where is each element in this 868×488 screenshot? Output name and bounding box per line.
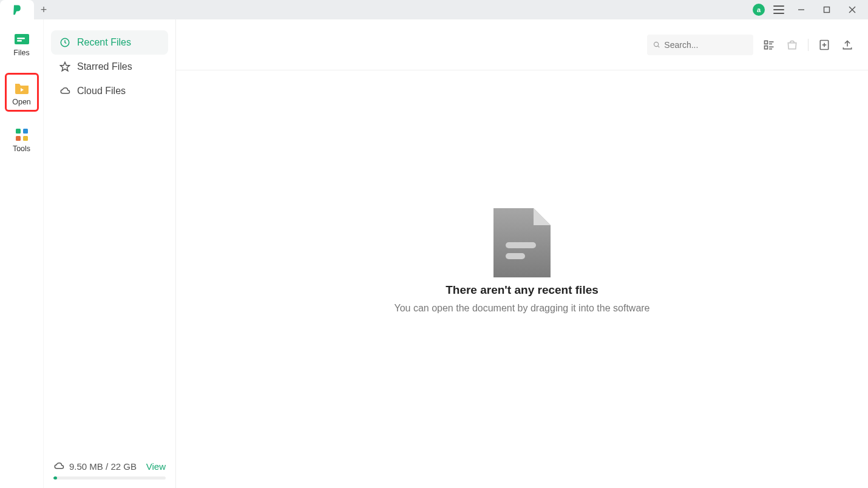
svg-rect-1 xyxy=(824,7,830,13)
rail-item-label: Open xyxy=(12,98,31,106)
svg-marker-26 xyxy=(534,208,551,225)
document-illustration-icon xyxy=(493,208,551,277)
svg-rect-11 xyxy=(23,136,28,141)
svg-line-15 xyxy=(658,46,660,47)
close-button[interactable] xyxy=(844,1,861,18)
clock-icon xyxy=(59,37,70,48)
svg-rect-28 xyxy=(506,253,525,259)
svg-rect-17 xyxy=(765,46,768,49)
left-rail: Files Open Tools xyxy=(0,19,44,488)
cloud-icon xyxy=(59,86,70,97)
search-input[interactable] xyxy=(664,40,747,50)
cloud-icon xyxy=(53,461,64,472)
svg-rect-6 xyxy=(17,40,22,42)
body: Files Open Tools Rec xyxy=(0,19,868,488)
empty-title: There aren't any recent files xyxy=(446,283,598,297)
search-box[interactable] xyxy=(647,35,753,55)
sidebar-item-cloud[interactable]: Cloud Files xyxy=(51,79,168,103)
files-icon xyxy=(14,32,30,46)
star-icon xyxy=(59,61,70,72)
rail-item-open[interactable]: Open xyxy=(5,73,39,112)
upload-icon[interactable] xyxy=(840,38,855,52)
svg-rect-9 xyxy=(23,129,28,134)
minimize-button[interactable] xyxy=(793,1,810,18)
sidebar-item-label: Starred Files xyxy=(77,61,132,72)
svg-rect-5 xyxy=(17,38,25,39)
maximize-button[interactable] xyxy=(818,1,835,18)
svg-point-14 xyxy=(654,42,659,46)
storage-progress xyxy=(53,476,166,480)
titlebar-left: + xyxy=(0,0,53,19)
svg-rect-27 xyxy=(506,242,536,248)
open-folder-icon xyxy=(14,81,30,95)
storage-view-link[interactable]: View xyxy=(146,461,166,472)
shop-icon[interactable] xyxy=(785,38,799,52)
sidebar-item-starred[interactable]: Starred Files xyxy=(51,55,168,79)
sidebar: Recent Files Starred Files Cloud Files 9… xyxy=(44,19,176,488)
toolbar xyxy=(176,19,868,70)
titlebar-right: a xyxy=(753,1,868,18)
rail-item-tools[interactable]: Tools xyxy=(5,124,39,157)
empty-subtitle: You can open the document by dragging it… xyxy=(394,303,649,314)
app-tab[interactable] xyxy=(0,0,34,19)
rail-item-label: Files xyxy=(13,49,29,57)
new-file-icon[interactable] xyxy=(817,38,832,52)
svg-rect-8 xyxy=(16,129,21,134)
view-list-icon[interactable] xyxy=(762,38,776,52)
new-tab-button[interactable]: + xyxy=(34,0,53,19)
search-icon xyxy=(653,41,660,49)
sidebar-item-recent[interactable]: Recent Files xyxy=(51,30,168,55)
rail-item-files[interactable]: Files xyxy=(5,28,39,61)
sidebar-item-label: Cloud Files xyxy=(77,86,126,97)
titlebar: + a xyxy=(0,0,868,19)
rail-item-label: Tools xyxy=(13,144,30,153)
storage-text: 9.50 MB / 22 GB xyxy=(69,461,137,472)
avatar[interactable]: a xyxy=(753,4,765,16)
sidebar-item-label: Recent Files xyxy=(77,37,131,48)
svg-marker-13 xyxy=(61,63,70,71)
app-logo-icon xyxy=(11,4,23,16)
divider xyxy=(808,39,809,51)
svg-rect-16 xyxy=(765,41,768,44)
hamburger-menu-icon[interactable] xyxy=(773,5,784,14)
svg-rect-10 xyxy=(16,136,21,141)
tools-icon xyxy=(14,127,30,142)
storage-status: 9.50 MB / 22 GB View xyxy=(51,456,168,482)
main: There aren't any recent files You can op… xyxy=(176,19,868,488)
empty-state: There aren't any recent files You can op… xyxy=(176,70,868,488)
